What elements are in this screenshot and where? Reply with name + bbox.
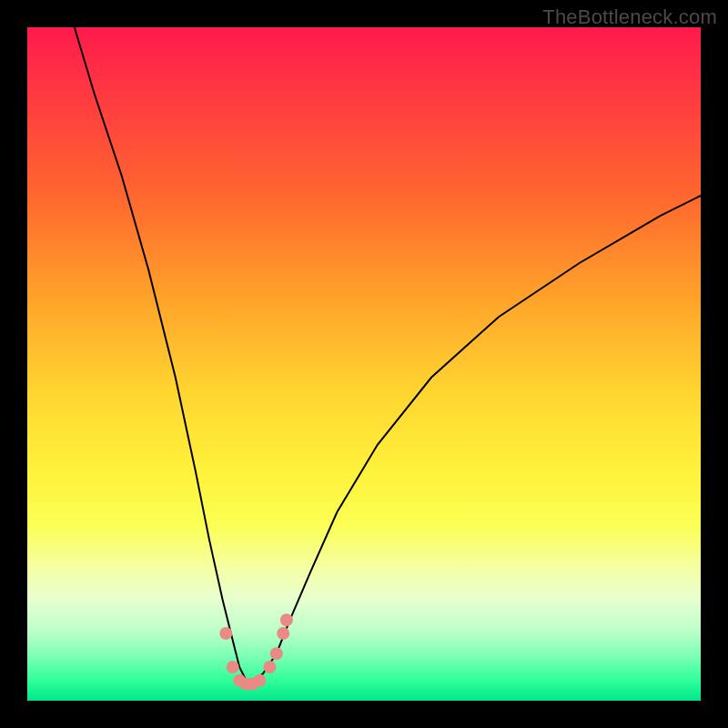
data-marker	[227, 661, 239, 673]
data-marker	[270, 647, 283, 660]
chart-frame: TheBottleneck.com	[0, 0, 728, 728]
data-marker	[263, 661, 276, 673]
plot-area	[27, 27, 701, 701]
bottleneck-curve	[75, 27, 701, 681]
data-marker	[253, 674, 266, 687]
curve-svg	[27, 27, 701, 701]
watermark-text: TheBottleneck.com	[542, 5, 717, 29]
data-marker	[219, 627, 232, 640]
data-marker	[277, 627, 289, 640]
data-marker	[280, 613, 293, 626]
marker-group	[219, 613, 293, 690]
